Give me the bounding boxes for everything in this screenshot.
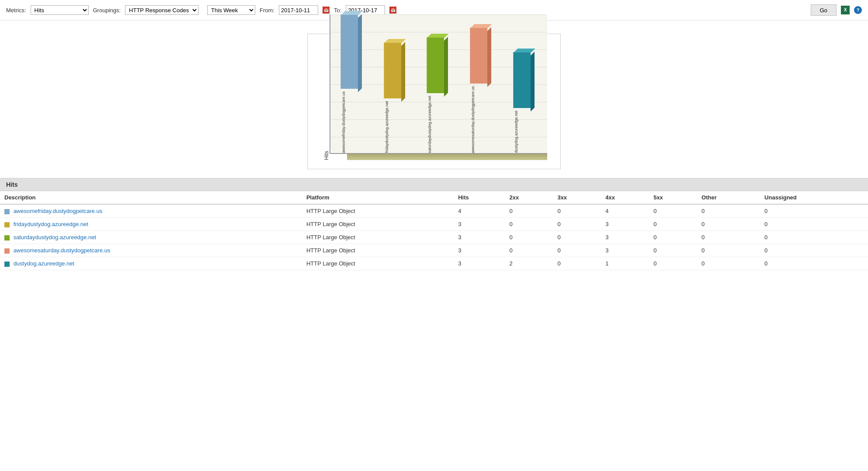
- data-table: Description Platform Hits 2xx 3xx 4xx 5x…: [0, 191, 868, 270]
- cell-description: awesomesaturday.dustydogpetcare.us: [0, 244, 302, 257]
- bar-label: awesomefriday.dustydogpetcare.us: [341, 91, 346, 153]
- cell-other: 0: [697, 218, 760, 231]
- bar-group: awesomesaturday.dustydogpetcare.us: [470, 28, 494, 153]
- cell-platform: HTTP Large Object: [302, 231, 454, 244]
- table-row: saturdaydustydog.azureedge.net HTTP Larg…: [0, 231, 868, 244]
- chart-inner: Hits awesomefriday.dustydogpetcare.usfri…: [321, 55, 547, 160]
- cell-hits: 4: [454, 204, 505, 218]
- table-body: awesomefriday.dustydogpetcare.us HTTP La…: [0, 204, 868, 270]
- table-row: fridaydustydog.azureedge.net HTTP Large …: [0, 218, 868, 231]
- bar-label: awesomesaturday.dustydogpetcare.us: [471, 86, 475, 153]
- cell-hits: 3: [454, 244, 505, 257]
- cell-other: 0: [697, 204, 760, 218]
- chart-ground: [347, 154, 547, 160]
- cell-3xx: 0: [553, 257, 601, 270]
- bar-label: dustydog.azureedge.net: [514, 111, 518, 153]
- cell-description: awesomefriday.dustydogpetcare.us: [0, 204, 302, 218]
- go-button[interactable]: Go: [811, 4, 837, 16]
- table-row: awesomefriday.dustydogpetcare.us HTTP La…: [0, 204, 868, 218]
- excel-icon[interactable]: X: [841, 6, 850, 14]
- chart-y-label: Hits: [321, 151, 330, 160]
- col-other: Other: [697, 191, 760, 204]
- cell-3xx: 0: [553, 244, 601, 257]
- period-select[interactable]: This Week Last Week This Month Last Mont…: [207, 5, 255, 15]
- table-row: dustydog.azureedge.net HTTP Large Object…: [0, 257, 868, 270]
- cell-4xx: 3: [601, 218, 649, 231]
- cell-platform: HTTP Large Object: [302, 244, 454, 257]
- col-platform: Platform: [302, 191, 454, 204]
- cell-2xx: 0: [505, 204, 553, 218]
- to-label: To:: [334, 7, 341, 14]
- table-header-row: Description Platform Hits 2xx 3xx 4xx 5x…: [0, 191, 868, 204]
- metrics-label: Metrics:: [6, 7, 26, 14]
- cell-4xx: 3: [601, 231, 649, 244]
- cell-description: dustydog.azureedge.net: [0, 257, 302, 270]
- row-color-dot: [4, 209, 10, 214]
- groupings-label: Groupings:: [93, 7, 121, 14]
- from-input[interactable]: [279, 5, 318, 15]
- bar-group: awesomefriday.dustydogpetcare.us: [340, 14, 365, 153]
- cell-5xx: 0: [649, 244, 697, 257]
- cell-2xx: 0: [505, 244, 553, 257]
- cell-other: 0: [697, 231, 760, 244]
- row-color-dot: [4, 222, 10, 227]
- cell-2xx: 2: [505, 257, 553, 270]
- col-2xx: 2xx: [505, 191, 553, 204]
- description-link[interactable]: saturdaydustydog.azureedge.net: [14, 234, 96, 241]
- cell-3xx: 0: [553, 231, 601, 244]
- col-5xx: 5xx: [649, 191, 697, 204]
- description-link[interactable]: dustydog.azureedge.net: [14, 260, 75, 267]
- chart-area: awesomefriday.dustydogpetcare.usfridaydu…: [330, 14, 547, 154]
- col-unassigned: Unassigned: [760, 191, 868, 204]
- from-calendar-icon[interactable]: 📅: [323, 7, 330, 14]
- cell-unassigned: 0: [760, 231, 868, 244]
- to-calendar-icon[interactable]: 📅: [389, 7, 396, 14]
- cell-platform: HTTP Large Object: [302, 218, 454, 231]
- bar-label: fridaydustydog.azureedge.net: [385, 101, 389, 153]
- cell-5xx: 0: [649, 231, 697, 244]
- cell-description: fridaydustydog.azureedge.net: [0, 218, 302, 231]
- cell-4xx: 1: [601, 257, 649, 270]
- chart-box: Top 10 Edge CNAMEs Hits awesomefriday.du…: [307, 34, 561, 169]
- cell-4xx: 3: [601, 244, 649, 257]
- cell-hits: 3: [454, 231, 505, 244]
- description-link[interactable]: awesomefriday.dustydogpetcare.us: [14, 208, 103, 214]
- cell-5xx: 0: [649, 257, 697, 270]
- col-3xx: 3xx: [553, 191, 601, 204]
- bar-group: saturdaydustydog.azureedge.net: [427, 37, 451, 153]
- cell-5xx: 0: [649, 204, 697, 218]
- metrics-select[interactable]: Hits Bytes Transferred Cache Hit Ratio: [31, 5, 89, 15]
- cell-platform: HTTP Large Object: [302, 204, 454, 218]
- table-row: awesomesaturday.dustydogpetcare.us HTTP …: [0, 244, 868, 257]
- bar-label: saturdaydustydog.azureedge.net: [427, 96, 432, 153]
- row-color-dot: [4, 248, 10, 254]
- cell-5xx: 0: [649, 218, 697, 231]
- col-hits: Hits: [454, 191, 505, 204]
- from-label: From:: [260, 7, 274, 14]
- help-icon[interactable]: ?: [854, 6, 862, 14]
- cell-3xx: 0: [553, 204, 601, 218]
- table-section-header: Hits: [0, 178, 868, 191]
- cell-unassigned: 0: [760, 204, 868, 218]
- row-color-dot: [4, 235, 10, 241]
- cell-unassigned: 0: [760, 257, 868, 270]
- cell-2xx: 0: [505, 231, 553, 244]
- row-color-dot: [4, 262, 10, 267]
- cell-other: 0: [697, 244, 760, 257]
- col-4xx: 4xx: [601, 191, 649, 204]
- cell-unassigned: 0: [760, 244, 868, 257]
- description-link[interactable]: fridaydustydog.azureedge.net: [14, 221, 88, 227]
- cell-hits: 3: [454, 218, 505, 231]
- bar-group: dustydog.azureedge.net: [513, 52, 537, 153]
- cell-4xx: 4: [601, 204, 649, 218]
- groupings-select[interactable]: HTTP Response Codes Platform Country: [125, 5, 198, 15]
- cell-3xx: 0: [553, 218, 601, 231]
- cell-other: 0: [697, 257, 760, 270]
- chart-container: Top 10 Edge CNAMEs Hits awesomefriday.du…: [0, 21, 868, 178]
- col-description: Description: [0, 191, 302, 204]
- bars-wrapper: awesomefriday.dustydogpetcare.usfridaydu…: [335, 14, 543, 153]
- cell-2xx: 0: [505, 218, 553, 231]
- description-link[interactable]: awesomesaturday.dustydogpetcare.us: [14, 247, 111, 254]
- bar-group: fridaydustydog.azureedge.net: [384, 42, 408, 153]
- cell-hits: 3: [454, 257, 505, 270]
